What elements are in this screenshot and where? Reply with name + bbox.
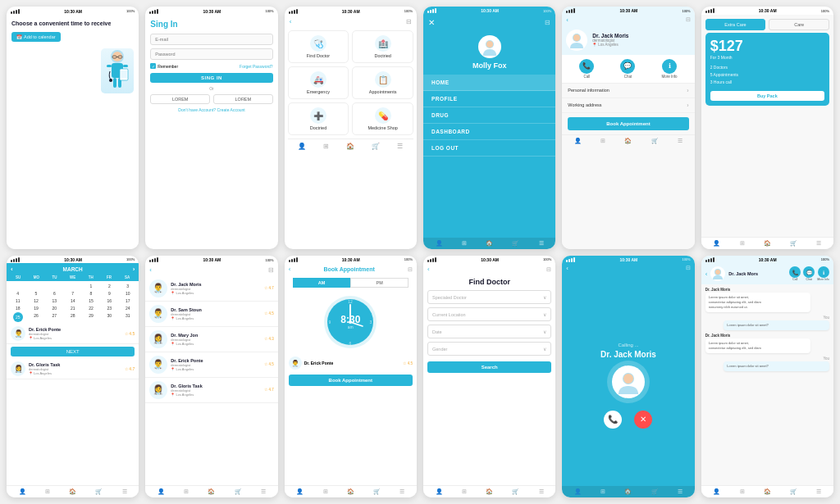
- back-arrow-12[interactable]: ‹: [705, 270, 708, 278]
- nav-cart-10[interactable]: 🛒: [512, 488, 519, 495]
- extra-care-tab[interactable]: Extra Care: [705, 19, 766, 30]
- chat-btn-12[interactable]: 💬: [803, 266, 815, 278]
- info-btn-12[interactable]: ℹ: [818, 266, 829, 278]
- nav-grid-icon-5[interactable]: ⊞: [600, 138, 605, 144]
- close-button-4[interactable]: ✕: [428, 18, 435, 27]
- book-appointment-btn-5[interactable]: Book Appointment: [568, 117, 688, 130]
- filter-icon-8[interactable]: ⊟: [268, 266, 274, 274]
- nav-grid-8[interactable]: ⊞: [184, 488, 189, 495]
- gender-dropdown[interactable]: Gender ∨: [427, 342, 551, 356]
- working-address-5[interactable]: Working address ›: [562, 98, 694, 113]
- call-btn-12[interactable]: 📞: [789, 266, 801, 278]
- filter-icon-11[interactable]: ⊟: [686, 265, 691, 272]
- nav-cart-icon-6[interactable]: 🛒: [790, 240, 797, 247]
- nav-person-icon-6[interactable]: 👤: [713, 240, 720, 247]
- back-arrow-11[interactable]: ‹: [566, 265, 568, 272]
- nav-menu-10[interactable]: ☰: [539, 488, 544, 495]
- call-action-5[interactable]: 📞 Call: [579, 59, 594, 79]
- location-dropdown[interactable]: Current Location ∨: [427, 307, 551, 321]
- back-arrow-10[interactable]: ‹: [427, 266, 430, 273]
- nav-home-icon-5[interactable]: 🏠: [624, 138, 632, 144]
- nav-menu-12[interactable]: ☰: [816, 488, 821, 495]
- menu-drug[interactable]: DRUG: [423, 107, 555, 124]
- nav-menu-7[interactable]: ☰: [122, 488, 127, 495]
- nav-person-icon-3[interactable]: 👤: [298, 143, 306, 150]
- nav-person-icon-5[interactable]: 👤: [574, 138, 582, 144]
- nav-menu-8[interactable]: ☰: [261, 488, 266, 495]
- search-button-10[interactable]: Search: [427, 361, 551, 373]
- care-tab[interactable]: Care: [769, 19, 829, 30]
- back-arrow-5[interactable]: ‹: [566, 16, 568, 24]
- nav-grid-12[interactable]: ⊞: [740, 488, 745, 495]
- nav-cart-9[interactable]: 🛒: [373, 488, 381, 495]
- book-appointment-btn-9[interactable]: Book Appointment: [289, 375, 413, 386]
- nav-home-10[interactable]: 🏠: [486, 488, 493, 495]
- prev-month-button[interactable]: ‹: [11, 266, 13, 273]
- end-call-button[interactable]: ✕: [634, 411, 652, 429]
- nav-grid-icon-6[interactable]: ⊞: [740, 240, 745, 247]
- nav-grid-11[interactable]: ⊞: [600, 488, 605, 495]
- nav-menu-11[interactable]: ☰: [678, 488, 682, 495]
- menu-item-doctried2[interactable]: ➕ Doctried: [288, 102, 349, 135]
- menu-item-doctried[interactable]: 🏥 Doctried: [352, 30, 413, 63]
- nav-menu-icon-6[interactable]: ☰: [816, 240, 821, 247]
- social-btn-2[interactable]: LOREM: [213, 94, 273, 104]
- nav-person-11[interactable]: 👤: [574, 488, 582, 495]
- doctor-list-item-4[interactable]: 👨‍⚕️ Dr. Erick Ponte dermatologist 📍 Los…: [145, 352, 277, 378]
- nav-person-10[interactable]: 👤: [436, 488, 443, 495]
- nav-cart-7[interactable]: 🛒: [95, 488, 103, 495]
- doctor-list-item-5[interactable]: 👩‍⚕️ Dr. Gloris Task dermatologist 📍 Los…: [145, 378, 277, 403]
- nav-grid-icon-3[interactable]: ⊞: [323, 143, 329, 150]
- nav-person-icon-4[interactable]: 👤: [436, 240, 443, 247]
- nav-person-9[interactable]: 👤: [296, 488, 304, 495]
- menu-logout[interactable]: LOG OUT: [423, 140, 555, 157]
- menu-item-appointments[interactable]: 📋 Appointments: [352, 66, 413, 99]
- answer-call-button[interactable]: 📞: [604, 411, 622, 429]
- nav-home-8[interactable]: 🏠: [208, 488, 215, 495]
- nav-grid-icon-4[interactable]: ⊞: [462, 240, 467, 247]
- buy-pack-button[interactable]: Buy Pack: [710, 91, 824, 101]
- doctor-list-item-3[interactable]: 👩‍⚕️ Dr. Mary Jon dermatologist 📍 Los An…: [145, 327, 277, 352]
- filter-icon-9[interactable]: ⊟: [408, 266, 413, 273]
- filter-icon-3[interactable]: ⊟: [406, 18, 412, 25]
- date-dropdown[interactable]: Date ∨: [427, 325, 551, 338]
- filter-icon-10[interactable]: ⊟: [546, 266, 551, 273]
- nav-grid-10[interactable]: ⊞: [462, 488, 467, 495]
- filter-icon-5[interactable]: ⊟: [686, 16, 691, 23]
- nav-cart-11[interactable]: 🛒: [651, 488, 659, 495]
- menu-item-medicine[interactable]: 💊 Medicine Shop: [352, 102, 413, 135]
- chat-action-5[interactable]: 💬 Chat: [620, 59, 635, 79]
- nav-cart-icon-5[interactable]: 🛒: [651, 138, 659, 144]
- menu-home[interactable]: HOME: [423, 75, 555, 91]
- nav-person-12[interactable]: 👤: [713, 488, 720, 495]
- signin-button[interactable]: SING IN: [150, 73, 272, 83]
- menu-item-find-doctor[interactable]: 🩺 Find Doctor: [288, 30, 349, 63]
- nav-cart-12[interactable]: 🛒: [790, 488, 797, 495]
- remember-checkbox[interactable]: ✓: [150, 63, 156, 69]
- more-info-action-5[interactable]: ℹ More Info: [662, 59, 678, 79]
- password-field[interactable]: [150, 48, 272, 60]
- next-button-7[interactable]: NEXT: [11, 347, 135, 356]
- specialty-dropdown[interactable]: Specialed Doctor ∨: [427, 290, 551, 304]
- nav-grid-9[interactable]: ⊞: [323, 488, 328, 495]
- nav-cart-8[interactable]: 🛒: [235, 488, 242, 495]
- nav-home-12[interactable]: 🏠: [764, 488, 771, 495]
- nav-home-icon-4[interactable]: 🏠: [486, 240, 493, 247]
- filter-icon-4[interactable]: ⊟: [545, 19, 550, 26]
- nav-home-icon-6[interactable]: 🏠: [764, 240, 771, 247]
- menu-dashboard[interactable]: DASHBOARD: [423, 124, 555, 140]
- nav-cart-icon-3[interactable]: 🛒: [372, 143, 380, 150]
- menu-profile[interactable]: PROFILE: [423, 91, 555, 107]
- next-month-button[interactable]: ›: [133, 266, 135, 273]
- email-field[interactable]: [150, 34, 272, 45]
- forgot-password-link[interactable]: Forget Password?: [240, 64, 273, 69]
- back-arrow-8[interactable]: ‹: [149, 266, 152, 274]
- nav-cart-icon-4[interactable]: 🛒: [512, 240, 519, 247]
- personal-info-5[interactable]: Personal information ›: [562, 84, 694, 98]
- am-button[interactable]: AM: [293, 278, 351, 288]
- nav-menu-9[interactable]: ☰: [399, 488, 404, 495]
- doctor-list-item-2[interactable]: 👨‍⚕️ Dr. Sam Stoun dermatologist 📍 Los A…: [145, 302, 277, 327]
- nav-menu-icon-3[interactable]: ☰: [397, 143, 403, 150]
- nav-person-7[interactable]: 👤: [19, 488, 26, 495]
- nav-person-8[interactable]: 👤: [158, 488, 165, 495]
